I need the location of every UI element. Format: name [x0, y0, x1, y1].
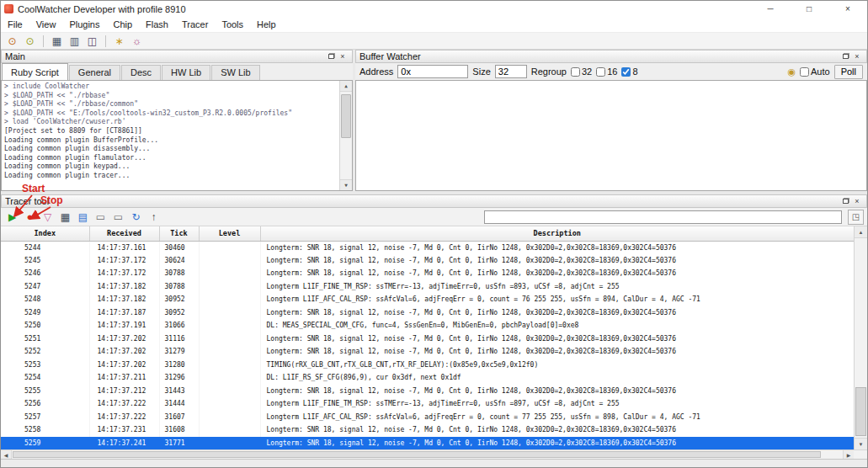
regroup-8-checkbox[interactable] [621, 67, 631, 77]
trace-row[interactable]: 525214:17:37.20231279Longterm: SNR 18, s… [1, 345, 854, 359]
trace-cell-received: 14:17:37.241 [89, 437, 159, 450]
trace-cell-index: 5249 [1, 306, 89, 320]
menu-tracer[interactable]: Tracer [175, 17, 215, 32]
trace-cell-description: Longterm: SNR 18, signal 12, noise -7, M… [260, 241, 854, 254]
trace-row[interactable]: 524414:17:37.16130460Longterm: SNR 18, s… [1, 241, 854, 254]
menu-plugins[interactable]: Plugins [62, 17, 106, 32]
trace-row[interactable]: 524514:17:37.17230624Longterm: SNR 18, s… [1, 254, 854, 268]
menu-file[interactable]: File [1, 17, 29, 32]
minimize-icon[interactable]: ─ [751, 1, 790, 17]
menu-flash[interactable]: Flash [139, 17, 175, 32]
scroll-up-icon[interactable]: ▲ [340, 81, 352, 92]
trace-row[interactable]: 524814:17:37.18230952Longterm L1IF_AFC_C… [1, 293, 854, 306]
trace-row[interactable]: 525314:17:37.20231280TIMING(rRX_GLB_CNT,… [1, 359, 854, 372]
trace-row[interactable]: 525714:17:37.22231607Longterm L1IF_AFC_C… [1, 411, 854, 424]
auto-option[interactable]: Auto [800, 66, 830, 77]
maximize-icon[interactable]: □ [790, 1, 828, 17]
scroll-up-icon[interactable]: ▲ [855, 226, 867, 238]
float-panel-icon[interactable] [839, 51, 851, 61]
scroll-down-icon[interactable]: ▼ [855, 438, 867, 449]
regroup-32-option[interactable]: 32 [571, 66, 592, 77]
menu-chip[interactable]: Chip [106, 17, 139, 32]
close-panel-icon[interactable]: × [851, 196, 863, 206]
menu-view[interactable]: View [29, 17, 63, 32]
scroll-right-icon[interactable]: ▶ [843, 450, 854, 459]
scrollbar-thumb[interactable] [341, 94, 351, 138]
plugins-icon[interactable]: ∗ [111, 34, 127, 48]
detach-window-icon[interactable]: ◳ [848, 210, 864, 225]
trace-scrollbar[interactable]: ▲ ▼ [854, 226, 867, 449]
close-panel-icon[interactable]: × [337, 51, 349, 61]
tab-hw-lib[interactable]: HW Lib [162, 65, 210, 80]
scroll-left-icon[interactable]: ◀ [1, 450, 12, 459]
column-header-level[interactable]: Level [199, 226, 260, 241]
trace-row[interactable]: 524614:17:37.17230788Longterm: SNR 18, s… [1, 267, 854, 280]
menu-tools[interactable]: Tools [215, 17, 250, 32]
regroup-16-option[interactable]: 16 [596, 66, 617, 77]
start-trace-icon[interactable]: ▶ [4, 210, 20, 224]
trace-row[interactable]: 525814:17:37.23131608Longterm: SNR 18, s… [1, 423, 854, 437]
about-icon[interactable]: ☼ [129, 34, 145, 48]
close-icon[interactable]: × [828, 1, 867, 17]
console-line: > include CoolWatcher [4, 82, 337, 92]
capture-icon[interactable]: ◉ [787, 66, 796, 77]
layout-icon[interactable]: ◫ [84, 34, 100, 48]
table-view-icon[interactable]: ▦ [57, 210, 73, 224]
trace-row[interactable]: 525514:17:37.21231443Longterm: SNR 18, s… [1, 385, 854, 398]
trace-cell-received: 14:17:37.161 [89, 241, 159, 254]
regroup-16-checkbox[interactable] [596, 67, 605, 77]
scrollbar-thumb[interactable] [13, 451, 821, 458]
tracer-header: Tracer tool × [1, 194, 867, 208]
memory-icon[interactable]: ▥ [67, 34, 83, 48]
menubar: File View Plugins Chip Flash Tracer Tool… [1, 17, 867, 33]
auto-checkbox[interactable] [800, 67, 809, 77]
console-scrollbar[interactable]: ▲ ▼ [339, 81, 352, 190]
grid-view-icon[interactable]: ▤ [75, 210, 91, 224]
column-header-tick[interactable]: Tick [159, 226, 199, 241]
console-line: Loading common plugin BufferProfile... [4, 136, 337, 146]
trace-cell-index: 5246 [1, 267, 89, 280]
trace-table: Index Received Tick Level Description 52… [1, 226, 854, 449]
regroup-32-checkbox[interactable] [571, 67, 580, 77]
float-panel-icon[interactable] [839, 196, 851, 206]
tab-desc[interactable]: Desc [121, 65, 161, 80]
address-input[interactable] [397, 65, 468, 78]
stop-trace-icon[interactable]: ● [22, 210, 38, 224]
trace-row[interactable]: 524914:17:37.18730952Longterm: SNR 18, s… [1, 306, 854, 320]
poll-button[interactable]: Poll [834, 65, 863, 79]
trace-row[interactable]: 525914:17:37.24131771Longterm: SNR 18, s… [1, 437, 854, 450]
filter-icon[interactable]: ▽ [40, 210, 56, 224]
trace-cell-tick: 31607 [159, 411, 199, 424]
message-window-icon[interactable]: ▭ [110, 210, 126, 224]
scroll-down-icon[interactable]: ▼ [340, 179, 352, 190]
trace-row[interactable]: 524714:17:37.18230788Longterm L1IF_FINE_… [1, 280, 854, 294]
auto-scroll-icon[interactable]: ↻ [128, 210, 144, 224]
scrollbar-thumb[interactable] [855, 387, 866, 436]
trace-cell-tick: 31280 [159, 359, 199, 372]
trace-cell-description: Longterm L1IF_FINE_TM_RSP: ssTMErr=-13, … [260, 397, 854, 411]
trace-row[interactable]: 525114:17:37.20231116Longterm: SNR 18, s… [1, 332, 854, 346]
column-header-index[interactable]: Index [1, 226, 89, 241]
jump-to-top-icon[interactable]: ↑ [146, 210, 162, 224]
close-panel-icon[interactable]: × [851, 51, 863, 61]
column-header-received[interactable]: Received [89, 226, 159, 241]
trace-window-icon[interactable]: ▭ [93, 210, 109, 224]
power-off-icon[interactable]: ⊙ [4, 34, 20, 48]
trace-row[interactable]: 525414:17:37.21131296DL: L1IF_RS_SF_CFG(… [1, 371, 854, 385]
float-panel-icon[interactable] [325, 51, 337, 61]
trace-row[interactable]: 525614:17:37.22231444Longterm L1IF_FINE_… [1, 397, 854, 411]
power-on-icon[interactable]: ⊙ [22, 34, 38, 48]
trace-filter-input[interactable] [484, 210, 842, 224]
tab-sw-lib[interactable]: SW Lib [211, 65, 259, 80]
size-input[interactable] [495, 65, 527, 78]
trace-hscrollbar[interactable]: ◀ ▶ [1, 449, 867, 459]
tab-ruby-script[interactable]: Ruby Script [2, 63, 68, 80]
trace-row[interactable]: 525014:17:37.19131066DL: MEAS_SPECIAL_CO… [1, 319, 854, 332]
menu-help[interactable]: Help [250, 17, 283, 32]
tab-general[interactable]: General [69, 65, 120, 80]
trace-cell-received: 14:17:37.222 [89, 397, 159, 411]
trace-cell-level [199, 385, 260, 398]
regroup-8-option[interactable]: 8 [621, 66, 637, 77]
registers-icon[interactable]: ▦ [49, 34, 65, 48]
column-header-description[interactable]: Description [260, 226, 854, 241]
